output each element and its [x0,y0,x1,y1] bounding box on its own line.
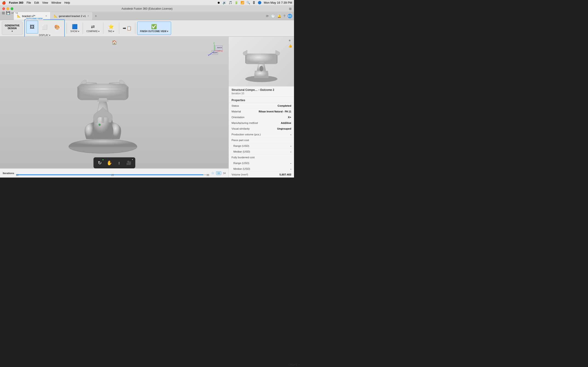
menu-items: File Edit View Window Help [27,1,70,4]
tab-generated-bracket[interactable]: 📐 generated bracket 2 v1 ✕ [51,12,93,20]
prop-burdened-median-key: Median (USD) [233,167,250,170]
show-button[interactable]: 🟦 SHOW ▾ [69,22,81,35]
new-tab-button[interactable]: + [93,12,99,20]
prop-manufacturing-row: Manufacturing method Additive [229,120,294,126]
redo-icon[interactable]: ↪ [15,11,18,15]
zoom-tool[interactable]: ↕ [115,158,124,167]
display-btn-1[interactable]: 🖼 [26,21,38,33]
iterations-ticks: 10 20 30 [16,174,209,176]
svg-text:Y: Y [208,54,209,56]
prop-burdened-range-row: Range (USD) - [229,160,294,166]
outcome-title: Structural Compo… - Outcome 2 [232,88,291,92]
create-button[interactable]: ➡ 📋 CREATE ▾ [121,22,133,35]
display-label: DISPLAY ▾ [39,34,50,36]
main-area: 🏠 X Z Y BACK RIGHT [0,37,294,177]
compare-button[interactable]: ⇄ COMPARE ▾ [85,22,101,35]
app-menu-item[interactable]: Fusion 360 [9,1,23,4]
thumbnail-svg [241,39,282,85]
wifi-icon[interactable]: 📶 [241,1,244,4]
grid-icon[interactable]: ⊞ [289,7,292,10]
prop-piece-median-key: Median (USD) [233,150,250,153]
prop-volume-row: Volume (mm³) 5,607.403 [229,172,294,177]
prop-material-row: Material Rilsan Invent Natural - PA 11 [229,109,294,115]
prop-visual-similarity-key: Visual similarity [232,127,250,130]
compare-icon: ⇄ [91,24,95,29]
tab-label-1: bracket v7* [22,15,44,17]
prop-manufacturing-value: Additive [281,122,291,124]
create-icon-right: 📋 [127,26,132,31]
sep-2 [83,23,83,34]
orbit-icon: ↻ [98,160,102,166]
tabbar: ⊞ 💾 ↩ ↪ 📐 bracket v7* ✕ 📐 generated brac… [0,12,294,20]
battery-icon[interactable]: 🔋 [234,1,238,4]
file-menu[interactable]: File [27,1,31,4]
iterations-bar: Iterations 10 20 30 ☆ 33 34 [0,168,229,177]
model-svg [64,52,142,162]
properties-panel: ★ 👍 Structural Compo… - Outcome 2 Iterat… [229,37,294,177]
prop-fully-burdened-key: Fully burdened cost [232,156,254,159]
bell-icon[interactable]: 🔔 [277,14,281,18]
siri-icon[interactable]: 🔵 [258,1,261,4]
sep-3 [103,23,103,34]
prop-piece-median-value: - [290,150,291,153]
refresh-icon[interactable]: ⟳ [266,14,269,18]
orbit-tool[interactable]: ↻ [95,158,104,167]
clock-icon[interactable]: 🕐 [271,14,275,18]
prop-orientation-value: X+ [288,116,291,119]
undo-icon[interactable]: ↩ [11,11,14,15]
toolbar: GENERATIVEDESIGN ▼ OUTCOME VIEW 🖼 ⬜ 🎨 DI… [0,20,294,37]
help-icon[interactable]: ? [284,14,285,18]
titlebar: Autodesk Fusion 360 (Education License) … [0,6,294,12]
help-menu[interactable]: Help [64,1,70,4]
viewport-tools: ↻ ✋ ↕ 🎥 [94,157,135,168]
prop-piece-part-cost-header: Piece part cost [229,137,294,143]
prop-status-row: Status Completed [229,103,294,109]
window-title: Autodesk Fusion 360 (Education License) [121,7,173,10]
zoom-icon: ↕ [118,161,120,165]
prop-burdened-median-row: Median (USD) - [229,166,294,172]
prop-status-value: Completed [278,104,291,107]
prop-visual-similarity-value: Ungrouped [277,127,291,130]
generative-design-button[interactable]: GENERATIVEDESIGN ▼ [2,22,23,35]
like-icon[interactable]: 👍 [288,44,292,48]
save-icon[interactable]: 💾 [6,11,10,15]
tag-icon: ⭐ [108,24,114,29]
tab-icon-2: 📐 [54,14,57,18]
edit-menu[interactable]: Edit [34,1,39,4]
user-avatar[interactable]: KC [288,14,292,18]
viewport[interactable]: 🏠 X Z Y BACK RIGHT [0,37,229,177]
apple-menu[interactable]: 🍎 [2,1,6,5]
toolbar-icons-right: ⊞ [289,7,292,10]
tab-close-1[interactable]: ✕ [45,15,47,17]
finish-check-icon: ✅ [151,24,157,29]
pan-tool[interactable]: ✋ [105,158,114,167]
gen-design-arrow: ▼ [11,30,13,32]
prop-piece-range-key: Range (USD) [233,144,249,147]
camera-tool[interactable]: 🎥 [124,158,133,167]
window-menu[interactable]: Window [52,1,61,4]
outcome-view-label: OUTCOME VIEW [26,17,43,20]
display-icon-1: 🖼 [30,24,35,30]
outcome-iteration: Iteration 33 [232,92,291,95]
create-icon-left: ➡ [123,26,126,31]
favorite-icon[interactable]: ★ [288,39,292,42]
record-icon[interactable]: ⏺ [217,1,220,4]
view-menu[interactable]: View [42,1,48,4]
prop-manufacturing-key: Manufacturing method [232,122,258,124]
grid-apps-icon[interactable]: ⊞ [2,11,5,15]
tag-button[interactable]: ⭐ TAG ▾ [105,22,117,35]
prop-fully-burdened-header: Fully burdened cost [229,155,294,160]
display-btn-2[interactable]: ⬜ [39,21,51,33]
display-btn-3[interactable]: 🎨 [51,21,63,33]
iter-tick-30: 30 [207,174,209,176]
volume-icon[interactable]: 🔊 [223,1,226,4]
iterations-star[interactable]: ☆ [211,171,214,175]
search-icon[interactable]: 🔍 [246,1,250,4]
finish-outcome-view-button[interactable]: ✅ FINISH OUTCOME VIEW ▾ [137,22,171,35]
nav-cube[interactable]: X Z Y BACK RIGHT [205,41,224,60]
bluetooth-icon[interactable]: 🎵 [229,1,232,4]
show-icon: 🟦 [72,24,78,29]
home-button[interactable]: 🏠 [112,40,117,45]
tab-close-2[interactable]: ✕ [87,15,89,17]
control-center-icon[interactable]: 🎛 [252,1,255,4]
